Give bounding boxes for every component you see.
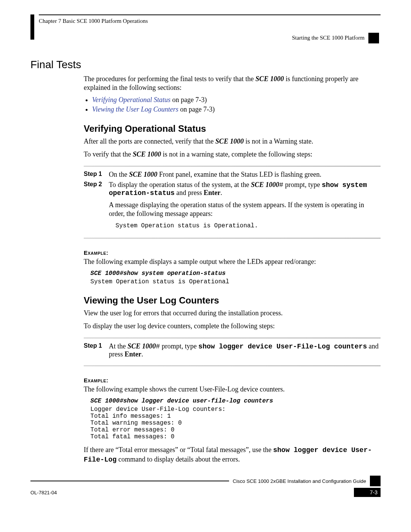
t: After all the ports are connected, verif…	[84, 137, 215, 145]
page-footer: Cisco SCE 1000 2xGBE Installation and Co…	[30, 476, 381, 497]
chapter-line: Chapter 7 Basic SCE 1000 Platform Operat…	[39, 18, 381, 24]
cli-prompt-cmd: SCE 1000#show system operation-status	[87, 270, 226, 277]
header-rule	[39, 14, 381, 15]
intro-paragraph: The procedures for performing the final …	[84, 75, 381, 93]
xref-item-2: Viewing the User Log Counters on page 7-…	[92, 105, 381, 113]
xref-link-viewing[interactable]: Viewing the User Log Counters	[92, 105, 178, 113]
intro-text-a: The procedures for performing the final …	[84, 75, 255, 83]
t: is not in a warning state, complete the …	[161, 150, 312, 158]
footer-rule	[30, 481, 229, 481]
header-right-sub: Starting the SCE 1000 Platform	[292, 35, 365, 41]
header-square-ornament	[368, 33, 379, 43]
heading-userlog: Viewing the User Log Counters	[84, 295, 381, 306]
verify-p2: To verify that the SCE 1000 is not in a …	[84, 150, 381, 159]
example-label: Example:	[84, 377, 381, 383]
step-divider	[84, 337, 381, 339]
cli-command-line: SCE 1000#show logger device user-file-lo…	[87, 398, 381, 404]
verify-example-intro: The following example displays a sample …	[84, 257, 381, 266]
heading-verifying: Verifying Operational Status	[84, 123, 381, 134]
xref-item-1: Verifying Operational Status on page 7-3…	[92, 96, 381, 104]
device-name: SCE 1000	[129, 171, 158, 178]
step-label: Step 1	[84, 342, 109, 358]
device-name: SCE 1000	[255, 75, 284, 83]
t: To display the operation status of the s…	[109, 181, 251, 189]
corner-ornament	[30, 14, 34, 40]
t: At the	[109, 342, 127, 350]
key-enter: Enter	[125, 350, 142, 358]
t: prompt, type	[284, 181, 322, 189]
device-name: SCE 1000	[215, 137, 244, 145]
t: command to display details about the err…	[116, 455, 240, 463]
step-divider	[84, 166, 381, 167]
prompt-hash: #	[156, 343, 160, 350]
xref-suffix-1: on page 7-3)	[170, 96, 207, 104]
verify-step-1: Step 1 On the SCE 1000 Front panel, exam…	[84, 171, 381, 179]
t: is not in a Warning state.	[244, 137, 313, 145]
t: To verify that the	[84, 150, 133, 158]
footer-doc-code: OL-7821-04	[30, 490, 57, 495]
userlog-p1: View the user log for errors that occurr…	[84, 309, 381, 318]
cli-prompt-cmd: SCE 1000#show logger device user-file-lo…	[87, 398, 273, 404]
step-body: On the SCE 1000 Front panel, examine tha…	[109, 171, 381, 179]
prompt-hash: #	[279, 181, 284, 189]
t: .	[142, 350, 143, 358]
verify-step-2: Step 2 To display the operation status o…	[84, 181, 381, 231]
t: prompt, type	[160, 342, 198, 350]
userlog-p2: To display the user log device counters,…	[84, 322, 381, 331]
t: Front panel, examine that the Status LED…	[158, 171, 322, 178]
userlog-example-intro: The following example shows the current …	[84, 385, 381, 394]
cli-output: System Operation status is Operational.	[112, 222, 381, 229]
verify-p1: After all the ports are connected, verif…	[84, 137, 381, 146]
verify-step2-msg: A message displaying the operation statu…	[109, 201, 381, 219]
device-name: SCE 1000	[133, 150, 161, 158]
page-number: 7-3	[354, 488, 381, 497]
step-divider	[84, 365, 381, 366]
step-label: Step 2	[84, 181, 109, 231]
userlog-step-1: Step 1 At the SCE 1000# prompt, type sho…	[84, 342, 381, 358]
step-body: To display the operation status of the s…	[109, 181, 381, 231]
cli-command: show logger device User-File-Log counter…	[198, 343, 367, 350]
xref-link-verifying[interactable]: Verifying Operational Status	[92, 96, 170, 104]
cross-ref-list: Verifying Operational Status on page 7-3…	[84, 96, 381, 113]
t: and press	[175, 189, 204, 197]
footer-guide-title: Cisco SCE 1000 2xGBE Installation and Co…	[233, 478, 366, 484]
cli-command-line: SCE 1000#show system operation-status	[87, 270, 381, 277]
step-body: At the SCE 1000# prompt, type show logge…	[109, 342, 381, 358]
device-name: SCE 1000	[127, 342, 156, 350]
example-label: Example:	[84, 249, 381, 256]
step-divider	[84, 238, 381, 239]
t: .	[220, 189, 222, 197]
device-name: SCE 1000	[251, 181, 279, 189]
cli-output: Logger device User-File-Log counters: To…	[87, 406, 381, 440]
header-bar: Chapter 7 Basic SCE 1000 Platform Operat…	[30, 14, 381, 43]
xref-suffix-2: on page 7-3)	[178, 105, 215, 113]
footer-square-ornament	[370, 476, 381, 486]
key-enter: Enter	[204, 189, 220, 197]
t: On the	[109, 171, 129, 178]
section-title-final-tests: Final Tests	[30, 59, 381, 71]
userlog-tail: If there are “Total error messages” or “…	[84, 446, 381, 464]
cli-output: System Operation status is Operational	[87, 278, 381, 285]
t: If there are “Total error messages” or “…	[84, 446, 273, 454]
step-label: Step 1	[84, 171, 109, 179]
